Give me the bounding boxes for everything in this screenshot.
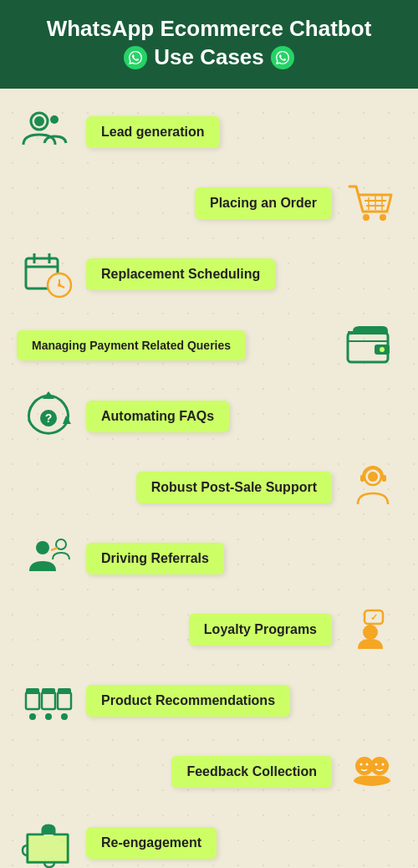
driving-referrals-label: Driving Referrals — [86, 543, 224, 574]
use-case-row-lead: Lead generation — [17, 101, 401, 164]
header-line2: Use Cases — [17, 43, 401, 72]
use-case-row-feedback: Feedback Collection — [17, 741, 401, 804]
placing-order-label: Placing an Order — [195, 187, 332, 219]
use-case-row-payment: Managing Payment Related Queries — [17, 314, 401, 377]
driving-referrals-icon — [17, 528, 79, 590]
use-case-row-faq: ? Automating FAQs — [17, 385, 401, 448]
use-cases-content: Lead generation Placing an Order — [0, 89, 418, 868]
svg-rect-27 — [360, 475, 364, 482]
svg-rect-35 — [42, 692, 55, 709]
re-engagement-label: Re-engagement — [86, 827, 217, 859]
svg-rect-49 — [28, 835, 67, 861]
automating-faqs-label: Automating FAQs — [86, 401, 229, 432]
lead-generation-icon — [17, 101, 79, 164]
svg-point-17 — [58, 283, 61, 287]
post-sale-label: Robust Post-Sale Support — [136, 472, 332, 503]
automating-faqs-icon: ? — [17, 385, 79, 448]
svg-point-1 — [34, 116, 44, 126]
post-sale-icon — [339, 457, 401, 519]
feedback-collection-icon — [339, 741, 401, 804]
svg-point-41 — [45, 713, 52, 720]
svg-point-26 — [368, 472, 378, 482]
use-case-row-post: Robust Post-Sale Support — [17, 457, 401, 519]
header-line2-text: Use Cases — [154, 43, 264, 72]
svg-point-40 — [29, 713, 36, 720]
svg-point-20 — [380, 347, 385, 352]
header-line1: WhatsApp Ecommerce Chatbot — [17, 15, 401, 43]
product-recommendations-icon — [17, 670, 79, 733]
re-engagement-icon — [17, 812, 79, 868]
use-case-row-referral: Driving Referrals — [17, 528, 401, 590]
managing-payment-icon — [339, 314, 401, 377]
page-header: WhatsApp Ecommerce Chatbot Use Cases — [0, 0, 418, 89]
svg-rect-28 — [382, 475, 386, 482]
use-case-row-order: Placing an Order — [17, 172, 401, 235]
lead-generation-label: Lead generation — [86, 116, 220, 148]
use-case-row-reengage: Re-engagement — [17, 812, 401, 868]
product-recommendations-label: Product Recommendations — [86, 685, 290, 717]
whatsapp-icon-left — [124, 46, 147, 69]
svg-point-46 — [365, 763, 368, 766]
svg-point-31 — [363, 625, 378, 640]
svg-point-6 — [380, 214, 386, 221]
header-title: WhatsApp Ecommerce Chatbot Use Cases — [17, 15, 401, 72]
use-case-row-replace: Replacement Scheduling — [17, 243, 401, 306]
loyalty-programs-icon: ✓ — [339, 599, 401, 661]
svg-text:✓: ✓ — [370, 612, 377, 622]
managing-payment-label: Managing Payment Related Queries — [17, 330, 246, 360]
replacement-scheduling-label: Replacement Scheduling — [86, 258, 275, 290]
whatsapp-icon-right — [271, 46, 294, 69]
svg-point-44 — [370, 757, 389, 775]
svg-point-2 — [50, 115, 59, 124]
placing-order-icon — [339, 172, 401, 235]
feedback-collection-label: Feedback Collection — [171, 756, 332, 788]
svg-rect-34 — [26, 692, 39, 709]
svg-text:?: ? — [44, 411, 52, 425]
svg-point-48 — [381, 763, 384, 766]
svg-rect-38 — [42, 688, 55, 694]
svg-rect-39 — [58, 688, 71, 694]
svg-point-42 — [61, 713, 68, 720]
replacement-scheduling-icon — [17, 243, 79, 306]
svg-point-29 — [36, 541, 49, 554]
svg-rect-37 — [26, 688, 39, 694]
loyalty-programs-label: Loyalty Programs — [189, 614, 332, 646]
svg-point-5 — [363, 214, 370, 221]
svg-point-45 — [359, 763, 362, 766]
use-case-row-product: Product Recommendations — [17, 670, 401, 733]
svg-rect-36 — [58, 692, 71, 709]
svg-marker-22 — [63, 416, 71, 424]
svg-point-47 — [375, 763, 377, 766]
use-case-row-loyalty: Loyalty Programs ✓ — [17, 599, 401, 661]
